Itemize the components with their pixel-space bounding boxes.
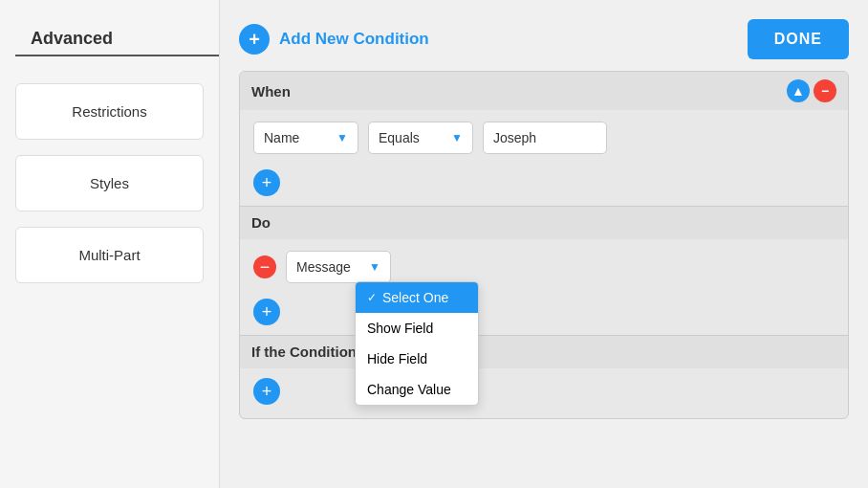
do-label: Do	[251, 214, 271, 231]
dropdown-item-change-value[interactable]: Change Value	[356, 374, 478, 405]
when-field-value: Name	[264, 130, 299, 145]
do-section-header: Do	[240, 207, 848, 239]
when-label: When	[251, 83, 291, 100]
add-condition-icon: +	[239, 24, 270, 55]
dropdown-item-label: Change Value	[367, 382, 451, 397]
dropdown-item-label: Show Field	[367, 321, 433, 336]
if-not-add-button[interactable]: +	[253, 378, 280, 405]
do-section: Do − Message ▼ ✓ Select One Show Field	[240, 206, 848, 325]
top-bar: + Add New Condition DONE	[239, 19, 849, 59]
if-not-section: If the Condition Is Not Met +	[240, 335, 848, 418]
add-condition-button[interactable]: + Add New Condition	[239, 24, 429, 55]
do-add-button[interactable]: +	[253, 299, 280, 325]
when-field-dropdown[interactable]: Name ▼	[253, 122, 358, 154]
do-action-chevron-icon: ▼	[369, 260, 380, 274]
do-action-dropdown-menu: ✓ Select One Show Field Hide Field Chang…	[355, 281, 479, 406]
dropdown-item-label: Select One	[382, 290, 448, 305]
sidebar-item-restrictions[interactable]: Restrictions	[15, 83, 204, 140]
when-field-chevron-icon: ▼	[336, 131, 348, 144]
condition-panel: When ▲ − Name ▼ Equals ▼ Joseph + Do	[239, 71, 849, 419]
dropdown-item-show-field[interactable]: Show Field	[356, 313, 478, 344]
done-button[interactable]: DONE	[748, 19, 849, 59]
main-content: + Add New Condition DONE When ▲ − Name ▼…	[220, 0, 868, 488]
do-action-value: Message	[296, 259, 351, 275]
dropdown-item-select-one[interactable]: ✓ Select One	[356, 282, 478, 313]
if-not-content: +	[240, 368, 848, 418]
dropdown-item-hide-field[interactable]: Hide Field	[356, 344, 478, 374]
when-value-input[interactable]: Joseph	[483, 122, 607, 154]
do-action-dropdown[interactable]: Message ▼	[286, 251, 391, 283]
when-row: Name ▼ Equals ▼ Joseph	[240, 110, 848, 166]
sidebar-advanced-label: Advanced	[15, 19, 219, 56]
when-add-button[interactable]: +	[253, 169, 280, 196]
add-condition-label: Add New Condition	[279, 30, 429, 49]
when-condition-value: Equals	[379, 130, 420, 145]
sidebar-item-styles[interactable]: Styles	[15, 155, 204, 211]
sidebar: Advanced Restrictions Styles Multi-Part	[0, 0, 220, 488]
do-remove-button[interactable]: −	[253, 255, 276, 278]
dropdown-item-label: Hide Field	[367, 351, 427, 366]
do-row: − Message ▼ ✓ Select One Show Field Hide	[240, 239, 848, 295]
when-remove-button[interactable]: −	[814, 79, 836, 102]
when-up-button[interactable]: ▲	[787, 79, 810, 102]
sidebar-item-multi-part[interactable]: Multi-Part	[15, 227, 204, 283]
when-condition-chevron-icon: ▼	[451, 131, 463, 144]
if-not-header: If the Condition Is Not Met	[240, 336, 848, 368]
when-section-header: When ▲ −	[240, 72, 848, 110]
check-icon: ✓	[367, 291, 377, 304]
when-condition-dropdown[interactable]: Equals ▼	[368, 122, 473, 154]
when-controls: ▲ −	[787, 79, 836, 102]
